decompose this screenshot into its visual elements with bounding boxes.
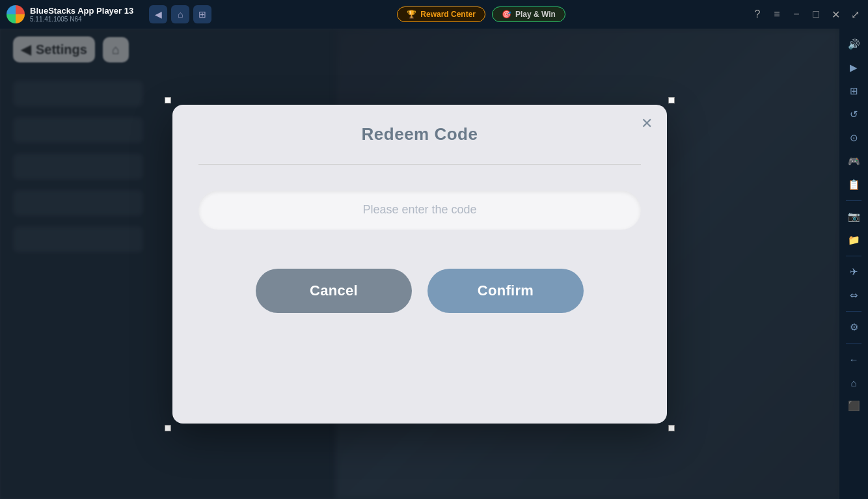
close-icon[interactable]: ✕ — [829, 8, 842, 21]
sidebar-video-icon[interactable]: ▶ — [843, 57, 864, 78]
nav-buttons: ◀ ⌂ ⊞ — [149, 5, 211, 23]
sidebar-keyboard-icon[interactable]: ⊞ — [843, 81, 864, 101]
sidebar-gamepad-icon[interactable]: 🎮 — [843, 151, 864, 172]
play-win-label: Play & Win — [515, 10, 556, 19]
app-name: BlueStacks App Player 13 — [30, 6, 133, 16]
play-win-icon: 🎯 — [502, 10, 511, 19]
sidebar-back-icon[interactable]: ← — [843, 349, 864, 370]
modal-close-button[interactable]: ✕ — [641, 116, 653, 131]
menu-icon[interactable]: ≡ — [770, 8, 783, 20]
expand-icon[interactable]: ⤢ — [848, 8, 861, 21]
modal-title: Redeem Code — [362, 124, 478, 144]
modal-container: ✕ Redeem Code Cancel Confirm — [172, 105, 667, 424]
reward-icon: 🏆 — [407, 10, 416, 19]
handle-tl — [165, 97, 171, 103]
reward-label: Reward Center — [420, 10, 476, 19]
sidebar-divider-3 — [846, 311, 861, 312]
sidebar-divider-2 — [846, 256, 861, 256]
sidebar-home-icon[interactable]: ⌂ — [843, 372, 864, 393]
handle-bl — [165, 425, 171, 431]
sidebar-apps-icon[interactable]: ⬛ — [843, 396, 864, 416]
home-button[interactable]: ⌂ — [171, 5, 189, 23]
code-input-wrapper — [198, 191, 641, 230]
sidebar-divider-1 — [846, 200, 861, 201]
bluestacks-logo — [7, 5, 25, 23]
cancel-button[interactable]: Cancel — [256, 269, 412, 313]
sidebar-airplane-icon[interactable]: ✈ — [843, 262, 864, 282]
modal-buttons: Cancel Confirm — [198, 269, 641, 313]
modal-divider — [198, 164, 641, 165]
sidebar-script-icon[interactable]: 📋 — [843, 174, 864, 195]
app-version: 5.11.41.1005 N64 — [30, 16, 133, 23]
sidebar-file-icon[interactable]: 📁 — [843, 230, 864, 250]
minimize-icon[interactable]: − — [790, 8, 803, 20]
sidebar-resize-icon[interactable]: ⇔ — [843, 285, 864, 306]
redeem-code-modal: ✕ Redeem Code Cancel Confirm — [172, 105, 667, 424]
handle-tr — [668, 97, 675, 103]
sidebar-settings-icon[interactable]: ⚙ — [843, 317, 864, 338]
windows-button[interactable]: ⊞ — [193, 5, 211, 23]
sidebar-screenshot-icon[interactable]: 📷 — [843, 206, 864, 227]
window-controls: ? ≡ − □ ✕ ⤢ — [751, 8, 861, 21]
play-win-button[interactable]: 🎯 Play & Win — [492, 7, 565, 22]
sidebar-rotate-icon[interactable]: ↺ — [843, 104, 864, 125]
app-title: BlueStacks App Player 13 5.11.41.1005 N6… — [30, 6, 133, 23]
sidebar-volume-icon[interactable]: 🔊 — [843, 34, 864, 55]
modal-overlay: ✕ Redeem Code Cancel Confirm — [0, 29, 839, 499]
help-icon[interactable]: ? — [751, 8, 764, 20]
sidebar-divider-4 — [846, 343, 861, 344]
main-content: ◀ Settings ⌂ ✕ Redeem Code — [0, 29, 839, 499]
reward-center-button[interactable]: 🏆 Reward Center — [397, 7, 485, 22]
handle-br — [668, 425, 675, 431]
right-sidebar: 🔊 ▶ ⊞ ↺ ⊙ 🎮 📋 📷 📁 ✈ ⇔ ⚙ ← ⌂ ⬛ — [839, 29, 868, 499]
confirm-button[interactable]: Confirm — [427, 269, 584, 313]
code-input[interactable] — [198, 191, 641, 230]
top-bar-center: 🏆 Reward Center 🎯 Play & Win — [211, 7, 751, 22]
app-info: BlueStacks App Player 13 5.11.41.1005 N6… — [7, 5, 211, 23]
top-bar: BlueStacks App Player 13 5.11.41.1005 N6… — [0, 0, 868, 29]
maximize-icon[interactable]: □ — [809, 8, 822, 20]
back-button[interactable]: ◀ — [149, 5, 167, 23]
sidebar-record-icon[interactable]: ⊙ — [843, 128, 864, 148]
